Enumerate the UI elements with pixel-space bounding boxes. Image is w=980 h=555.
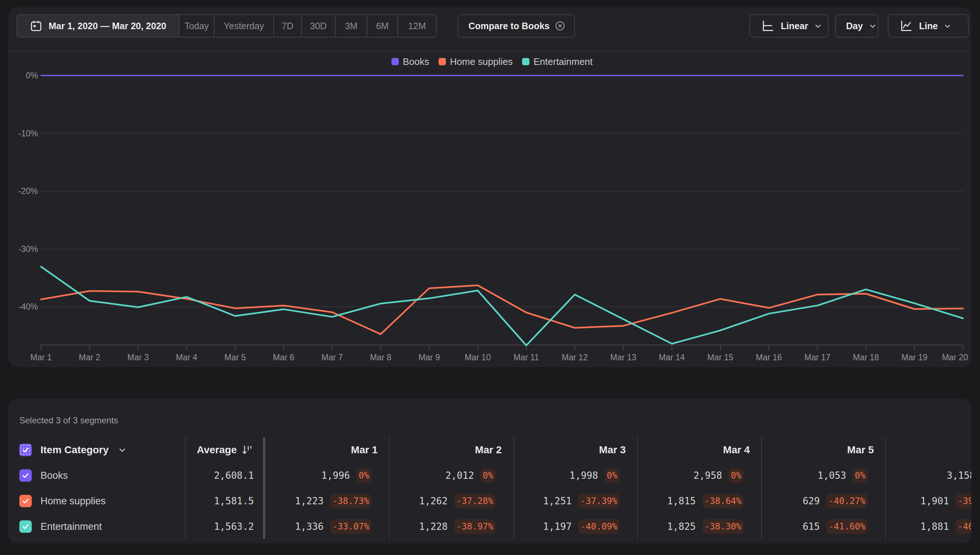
table-row-home-supplies: Home supplies1,581.51,223-38.73%1,262-37… xyxy=(8,488,971,514)
average-value: 2,608.1 xyxy=(214,470,254,481)
check-icon xyxy=(21,471,30,480)
cell-value: 1,262 xyxy=(419,496,448,507)
cell-value: 2,012 xyxy=(445,470,474,481)
x-axis-label: Mar 3 xyxy=(127,353,149,362)
column-header-label: Mar 2 xyxy=(475,444,502,456)
cell-books-mar-2: 2,0120% xyxy=(389,468,513,483)
column-header-mar-5[interactable]: Mar 5 xyxy=(761,444,885,456)
check-icon xyxy=(21,497,30,505)
column-header-mar-2[interactable]: Mar 2 xyxy=(389,444,513,456)
cell-home-supplies-mar-2: 1,262-37.28% xyxy=(389,494,513,508)
series-line-home-supplies[interactable] xyxy=(41,286,963,334)
x-axis-label: Mar 1 xyxy=(30,353,52,362)
percent-change-badge: -38.64% xyxy=(702,494,744,508)
cell-value: 1,881 xyxy=(921,521,949,532)
line-chart[interactable]: 0%-10%-20%-30%-40%Mar 1Mar 2Mar 3Mar 4Ma… xyxy=(8,7,971,367)
cell-home-supplies-mar-6: 1,901-39.80% xyxy=(885,494,971,508)
row-header-cell: Entertainment xyxy=(8,520,185,533)
x-axis-label: Mar 13 xyxy=(610,353,637,362)
cell-home-supplies-mar-5: 629-40.27% xyxy=(761,494,885,508)
cell-value: 1,996 xyxy=(321,470,350,481)
cell-entertainment-mar-3: 1,197-40.09% xyxy=(513,519,637,534)
cell-value: 1,197 xyxy=(543,521,572,532)
percent-change-badge: -38.30% xyxy=(702,519,744,534)
x-axis-label: Mar 17 xyxy=(805,353,831,362)
cell-value: 629 xyxy=(803,496,820,507)
row-checkbox-entertainment[interactable] xyxy=(19,520,32,533)
x-axis-label: Mar 10 xyxy=(465,353,491,362)
cell-entertainment-mar-2: 1,228-38.97% xyxy=(389,519,513,534)
x-axis-label: Mar 15 xyxy=(707,353,734,362)
cell-entertainment-mar-6: 1,881-40.44% xyxy=(885,519,971,534)
cell-books-mar-3: 1,9980% xyxy=(513,468,637,483)
column-header-label: Mar 3 xyxy=(599,444,626,456)
column-header-item-category[interactable]: Item Category xyxy=(40,444,109,456)
cell-books-mar-6: 3,1580% xyxy=(885,468,971,483)
table-row-entertainment: Entertainment1,563.21,336-33.07%1,228-38… xyxy=(8,514,971,539)
row-checkbox-home-supplies[interactable] xyxy=(19,495,32,507)
x-axis-label: Mar 19 xyxy=(901,353,928,362)
average-cell: 1,563.2 xyxy=(185,521,264,532)
check-icon xyxy=(21,522,30,531)
table-row-books: Books2,608.11,9960%2,0120%1,9980%2,9580%… xyxy=(8,463,971,488)
percent-change-badge: 0% xyxy=(604,468,620,483)
column-header-label: Mar 5 xyxy=(847,444,874,456)
column-header-mar-6[interactable]: Mar 6 xyxy=(885,444,971,456)
row-checkbox-books[interactable] xyxy=(19,469,32,482)
percent-change-badge: -39.80% xyxy=(956,494,971,508)
cell-value: 615 xyxy=(803,521,820,532)
cell-value: 1,053 xyxy=(818,470,846,481)
x-axis-label: Mar 2 xyxy=(79,353,100,362)
percent-change-badge: -38.97% xyxy=(454,519,495,534)
y-axis-label: -20% xyxy=(18,186,38,196)
percent-change-badge: -40.27% xyxy=(826,494,868,508)
percent-change-badge: -37.39% xyxy=(578,494,620,508)
cell-value: 1,223 xyxy=(295,496,324,507)
y-axis-label: -30% xyxy=(18,244,38,254)
percent-change-badge: -38.73% xyxy=(330,494,371,508)
row-header-cell: Home supplies xyxy=(8,495,185,507)
y-axis-label: -40% xyxy=(18,302,38,311)
x-axis-label: Mar 20 xyxy=(942,353,968,362)
cell-value: 1,251 xyxy=(543,496,572,507)
cell-value: 1,336 xyxy=(295,521,324,532)
column-header-mar-1[interactable]: Mar 1 xyxy=(264,444,389,456)
column-header-label: Mar 1 xyxy=(351,444,378,456)
sort-descending-icon[interactable] xyxy=(241,444,253,456)
percent-change-badge: -41.60% xyxy=(826,519,868,534)
percent-change-badge: 0% xyxy=(729,468,744,483)
x-axis-label: Mar 8 xyxy=(370,353,392,362)
cell-books-mar-1: 1,9960% xyxy=(264,468,389,483)
chart-card: Mar 1, 2020 — Mar 20, 2020 Today Yesterd… xyxy=(8,7,971,367)
x-axis-label: Mar 7 xyxy=(321,353,343,362)
cell-value: 3,158 xyxy=(947,470,971,481)
cell-books-mar-5: 1,0530% xyxy=(761,468,885,483)
percent-change-badge: 0% xyxy=(357,468,371,483)
cell-home-supplies-mar-4: 1,815-38.64% xyxy=(637,494,761,508)
item-category-header-cell: Item Category xyxy=(8,444,185,456)
series-line-entertainment[interactable] xyxy=(41,266,963,345)
cell-value: 1,998 xyxy=(570,470,598,481)
cell-value: 1,815 xyxy=(667,496,696,507)
cell-books-mar-4: 2,9580% xyxy=(637,468,761,483)
x-axis-label: Mar 9 xyxy=(418,353,440,362)
column-header-label: Mar 4 xyxy=(723,444,750,456)
column-header-mar-4[interactable]: Mar 4 xyxy=(637,444,761,456)
row-label: Home supplies xyxy=(40,496,106,507)
row-header-cell: Books xyxy=(8,469,185,482)
cell-home-supplies-mar-3: 1,251-37.39% xyxy=(513,494,637,508)
percent-change-badge: 0% xyxy=(853,468,868,483)
percent-change-badge: -33.07% xyxy=(330,519,371,534)
select-all-checkbox[interactable] xyxy=(19,444,32,456)
y-axis-label: -10% xyxy=(18,129,38,138)
chevron-down-icon[interactable] xyxy=(117,444,128,456)
percent-change-badge: -40.44% xyxy=(956,519,971,534)
check-icon xyxy=(21,446,30,454)
column-header-average[interactable]: Average xyxy=(185,444,264,456)
table-header-row: Item Category Average Mar 1Mar 2Mar 3Mar… xyxy=(8,437,971,463)
x-axis-label: Mar 6 xyxy=(273,353,294,362)
row-label: Entertainment xyxy=(40,521,102,533)
cell-entertainment-mar-4: 1,825-38.30% xyxy=(637,519,761,534)
x-axis-label: Mar 11 xyxy=(513,353,539,362)
column-header-mar-3[interactable]: Mar 3 xyxy=(513,444,637,456)
